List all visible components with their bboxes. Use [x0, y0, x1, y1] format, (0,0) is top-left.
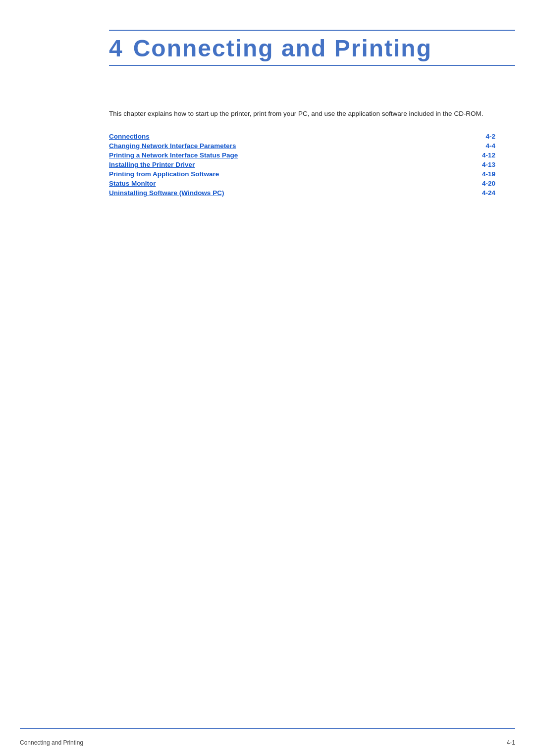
toc-row: Changing Network Interface Parameters4-4: [109, 142, 495, 150]
toc-page-2: 4-12: [466, 151, 495, 159]
intro-text: This chapter explains how to start up th…: [109, 109, 495, 119]
content-area: This chapter explains how to start up th…: [109, 109, 495, 199]
toc-link-2[interactable]: Printing a Network Interface Status Page: [109, 151, 238, 159]
toc-link-1[interactable]: Changing Network Interface Parameters: [109, 142, 236, 150]
chapter-title-area: 4 Connecting and Printing: [109, 35, 515, 66]
footer: Connecting and Printing 4-1: [20, 739, 515, 746]
toc-row: Status Monitor4-20: [109, 180, 495, 187]
toc-link-0[interactable]: Connections: [109, 133, 150, 140]
bottom-rule: [20, 728, 515, 729]
toc-row: Installing the Printer Driver4-13: [109, 161, 495, 168]
footer-left: Connecting and Printing: [20, 739, 83, 746]
toc-page-5: 4-20: [466, 180, 495, 187]
toc-page-1: 4-4: [466, 142, 495, 150]
toc-page-3: 4-13: [466, 161, 495, 168]
chapter-title-underline: [109, 65, 515, 66]
chapter-title: Connecting and Printing: [133, 35, 432, 62]
toc-link-5[interactable]: Status Monitor: [109, 180, 156, 187]
top-rule: [109, 30, 515, 31]
footer-page: 4-1: [507, 739, 515, 746]
toc-row: Printing a Network Interface Status Page…: [109, 151, 495, 159]
toc-container: Connections4-2Changing Network Interface…: [109, 133, 495, 197]
toc-link-4[interactable]: Printing from Application Software: [109, 170, 219, 178]
toc-row: Connections4-2: [109, 133, 495, 140]
chapter-number: 4: [109, 35, 123, 62]
toc-link-3[interactable]: Installing the Printer Driver: [109, 161, 195, 168]
page-container: 4 Connecting and Printing This chapter e…: [0, 0, 535, 756]
toc-page-6: 4-24: [466, 189, 495, 197]
toc-page-0: 4-2: [466, 133, 495, 140]
toc-row: Printing from Application Software4-19: [109, 170, 495, 178]
toc-row: Uninstalling Software (Windows PC)4-24: [109, 189, 495, 197]
toc-link-6[interactable]: Uninstalling Software (Windows PC): [109, 189, 224, 197]
toc-page-4: 4-19: [466, 170, 495, 178]
